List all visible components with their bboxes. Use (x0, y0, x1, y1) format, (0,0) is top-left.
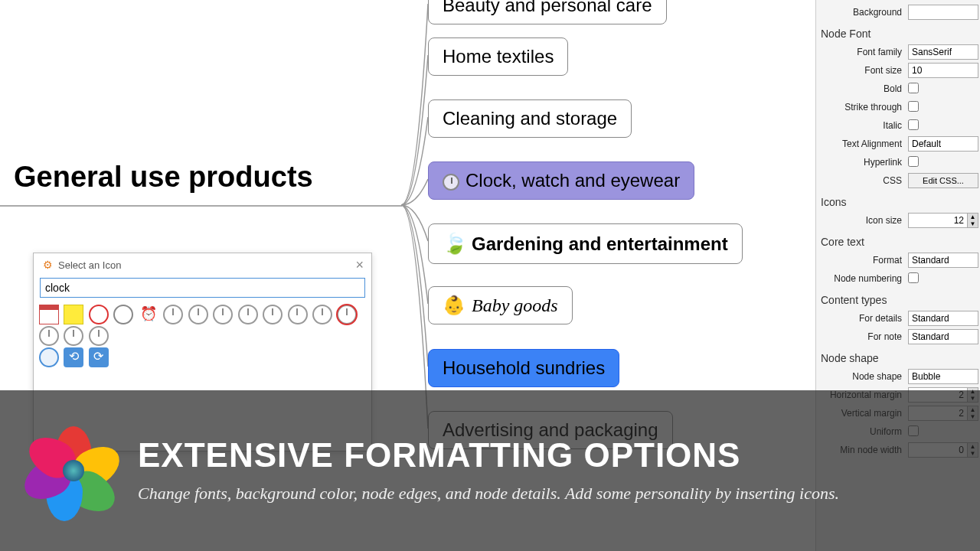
font-size-label: Font size (816, 65, 908, 76)
refresh-icon[interactable]: ⟲ (64, 347, 83, 367)
banner-title: EXTENSIVE FORMATTING OPTIONS (138, 436, 839, 474)
calendar-icon[interactable] (39, 305, 59, 324)
node-clock-selected[interactable]: Clock, watch and eyewear (428, 161, 694, 200)
strike-label: Strike through (816, 102, 908, 112)
hyperlink-label: Hyperlink (816, 157, 908, 168)
root-underline (0, 205, 402, 207)
clock-8-icon-selected[interactable] (337, 305, 357, 324)
background-label: Background (816, 7, 908, 18)
italic-label: Italic (816, 120, 908, 131)
node-household[interactable]: Household sundries (428, 349, 619, 387)
node-numbering-label: Node numbering (816, 273, 908, 284)
clock-11-icon[interactable] (89, 326, 109, 346)
clock-5-icon[interactable] (263, 305, 283, 324)
section-node-shape: Node shape (816, 346, 980, 367)
clock-10-icon[interactable] (64, 326, 83, 346)
root-node[interactable]: General use products (14, 161, 313, 194)
section-content-types: Content types (816, 288, 980, 309)
node-gardening[interactable]: 🍃Gardening and entertainment (428, 223, 743, 264)
clock-9-icon[interactable] (39, 326, 59, 346)
clock-1-icon[interactable] (163, 305, 183, 324)
node-shape-label: Node shape (816, 371, 908, 382)
section-icons: Icons (816, 190, 980, 211)
bold-label: Bold (816, 83, 908, 94)
strike-checkbox[interactable] (908, 101, 919, 112)
italic-checkbox[interactable] (908, 119, 919, 130)
close-icon[interactable]: × (355, 258, 364, 272)
banner-subtitle: Change fonts, background color, node edg… (138, 482, 839, 506)
node-shape-input[interactable] (908, 369, 978, 384)
font-size-input[interactable] (908, 63, 978, 78)
section-core-text: Core text (816, 230, 980, 251)
for-details-input[interactable] (908, 311, 978, 326)
font-family-input[interactable] (908, 44, 978, 60)
blue-clock-icon[interactable] (39, 347, 59, 367)
for-details-label: For details (816, 313, 908, 324)
text-align-input[interactable] (908, 136, 978, 152)
red-clock-icon[interactable] (89, 305, 109, 324)
dialog-title: Select an Icon (58, 259, 121, 271)
for-note-input[interactable] (908, 329, 978, 344)
background-input[interactable] (908, 5, 978, 20)
icon-grid: ⏰ ⟲ ⟳ (34, 302, 371, 370)
node-textiles[interactable]: Home textiles (428, 37, 568, 76)
note-icon[interactable] (64, 305, 83, 324)
font-family-label: Font family (816, 47, 908, 57)
icon-search-wrap (40, 278, 365, 298)
css-label: CSS (816, 175, 908, 186)
dialog-titlebar: Select an Icon × (34, 253, 371, 276)
clock-6-icon[interactable] (288, 305, 308, 324)
leaf-icon: 🍃 (443, 232, 467, 255)
clock-2-icon[interactable] (188, 305, 208, 324)
clock-7-icon[interactable] (312, 305, 332, 324)
node-connectors (401, 0, 432, 452)
node-numbering-checkbox[interactable] (908, 272, 919, 283)
alarm-clock-icon[interactable]: ⏰ (139, 305, 158, 324)
node-gardening-label: Gardening and entertainment (472, 233, 728, 254)
gear-icon (41, 259, 54, 271)
node-beauty[interactable]: Beauty and personal care (428, 0, 667, 24)
edit-css-button[interactable]: Edit CSS... (908, 173, 978, 188)
white-clock-icon[interactable] (113, 305, 133, 324)
node-baby-label: Baby goods (472, 295, 558, 315)
icon-size-input[interactable] (908, 213, 968, 228)
promo-overlay: EXTENSIVE FORMATTING OPTIONS Change font… (0, 390, 980, 551)
icon-size-label: Icon size (816, 215, 908, 226)
text-align-label: Text Alignment (816, 139, 908, 149)
format-label: Format (816, 255, 908, 266)
icon-size-spinner[interactable]: ▲▼ (968, 213, 978, 228)
bold-checkbox[interactable] (908, 83, 919, 93)
clock-icon (443, 174, 459, 191)
clock-4-icon[interactable] (238, 305, 258, 324)
node-clock-label: Clock, watch and eyewear (466, 170, 680, 191)
clock-3-icon[interactable] (213, 305, 233, 324)
baby-icon: 👶 (443, 295, 466, 315)
format-input[interactable] (908, 253, 978, 268)
refresh-2-icon[interactable]: ⟳ (89, 347, 109, 367)
node-baby[interactable]: 👶Baby goods (428, 286, 573, 324)
icon-search-input[interactable] (40, 278, 365, 298)
node-cleaning[interactable]: Cleaning and storage (428, 99, 632, 138)
hyperlink-checkbox[interactable] (908, 156, 919, 167)
for-note-label: For note (816, 331, 908, 342)
section-node-font: Node Font (816, 21, 980, 43)
app-logo (28, 425, 119, 517)
